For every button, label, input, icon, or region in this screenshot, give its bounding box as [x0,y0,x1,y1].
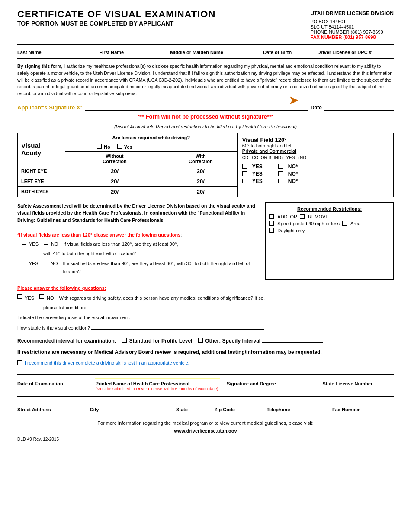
form-subtitle: TOP PORTION MUST BE COMPLETED BY APPLICA… [17,20,215,27]
vf-question-link: *If visual fields are less than 120° ple… [17,232,180,237]
visual-fields-questions: *If visual fields are less than 120° ple… [17,231,258,276]
yes-checkbox[interactable] [117,144,122,149]
zip-line[interactable] [215,400,262,406]
address-line2: SLC UT 84114-4501 [311,24,394,29]
form-title: CERTIFICATE OF VISUAL EXAMINATION [17,9,215,20]
lenses-header: Are lenses required while driving? [65,133,238,142]
right-eye-yn: YES NO* [242,163,389,170]
auth-bold: By signing this form, [17,64,62,69]
tel-line[interactable] [267,400,328,406]
both-yes-label: YES [252,178,263,184]
area-cb[interactable] [342,221,347,226]
header-divider [17,44,394,45]
sig-degree-label: Signature and Degree [227,381,316,391]
vf-q1-yes-cb[interactable] [22,240,26,245]
speed-area-row: Speed-posted 40 mph or less Area [269,221,390,226]
daylight-cb[interactable] [269,228,274,233]
both-eyes-without: 20/ [65,186,164,197]
bottom-label-row: Date of Examination Printed Name of Heal… [17,381,394,391]
date-label: Date [311,105,322,111]
speed-cb[interactable] [269,221,274,226]
assessment-section: Safety Assessment level will be determin… [17,202,394,280]
remove-cb[interactable] [300,214,305,219]
recommend-driver: I recommend this driver complete a drivi… [17,360,394,365]
cdl-line: CDL COLOR BLIND □ YES □ NO [242,155,389,160]
header-section: CERTIFICATE OF VISUAL EXAMINATION TOP PO… [17,9,394,40]
street-label: Street Address [17,407,51,412]
dob-label: Date of Birth [263,50,292,55]
both-yes-cb[interactable] [242,179,247,183]
signature-section: Applicant's Signature X: ➤ Date [17,104,394,111]
left-eye-row: LEFT EYE 20/ 20/ [18,176,238,186]
standard-cb[interactable] [122,338,127,343]
vf-q2-no-cb[interactable] [44,260,48,264]
sig-degree-line[interactable] [227,378,316,379]
right-eye-row: RIGHT EYE 20/ 20/ [18,166,238,176]
advisory-body: If restrictions are necessary or Medical… [17,349,322,355]
assessment-text: Safety Assessment level will be determin… [17,202,258,224]
add-cb[interactable] [269,214,274,219]
sig-line[interactable] [85,110,308,111]
bottom-divider-2 [17,396,394,397]
street-line[interactable] [17,400,86,406]
fax-number: FAX NUMBER (801) 957-8698 [311,35,394,40]
acuity-table: Visual Acuity Are lenses required while … [17,133,238,197]
cause-field[interactable] [130,313,303,319]
condition-field[interactable] [87,303,260,309]
fax-line[interactable] [332,400,394,406]
left-yes-cb[interactable] [242,171,247,176]
form-id: DLD 49 Rev. 12-2015 [17,437,394,442]
zip-field: Zip Code [215,400,262,412]
vf-q2-yes-cb[interactable] [22,260,26,264]
printed-name-label: Printed Name of Health Care Professional… [95,381,220,391]
vf-q2-text: If visual fields are less than 90°, are … [63,260,259,276]
left-yes-label: YES [252,171,263,177]
recommend-text: I recommend this driver complete a drivi… [25,360,189,365]
add-label: ADD [277,214,287,219]
left-no-cb[interactable] [278,171,283,176]
pa-q1-yes-cb[interactable] [17,294,22,299]
no-checkbox[interactable] [97,144,102,149]
dob-col: Date of Birth [263,50,317,55]
vf-q2-row: YES NO If visual fields are less than 90… [22,260,258,276]
professional-note: (Visual Acuity/Field Report and restrict… [17,124,394,129]
recommend-cb[interactable] [17,360,22,365]
date-exam-line[interactable] [17,378,88,379]
state-license-label: State License Number [323,381,394,391]
with-correction-header: WithCorrection [164,151,238,166]
middle-name-label: Middle or Maiden Name [170,50,223,55]
please-answer-title: Please answer the following questions: [17,284,394,292]
state-label: State [176,407,188,412]
stability-field[interactable] [91,324,264,330]
standard-label: Standard for Profile Level [129,338,192,344]
date-line[interactable] [324,110,394,111]
vf-q1-no-cb[interactable] [44,240,48,245]
right-yes-cb[interactable] [242,164,247,169]
pa-q3-row: How stable is the visual condition? [17,324,394,332]
interval-field[interactable] [262,337,323,343]
acuity-left: Visual Acuity Are lenses required while … [17,133,238,197]
pa-q1-text: With regards to driving safety, does thi… [59,294,265,302]
state-line[interactable] [176,400,210,406]
footer-info: For more information regarding the medic… [17,419,394,427]
daylight-label: Daylight only [277,228,305,233]
warning-text: *** Form will not be processed without s… [17,113,394,120]
state-license-line[interactable] [323,378,394,379]
left-eye-yn: YES NO* [242,171,389,177]
visual-field-box: Visual Field 120° 60° to both right and … [238,133,394,197]
address-row: Street Address City State Zip Code Telep… [17,400,394,412]
pa-q1-no-cb[interactable] [39,294,44,299]
both-no-cb[interactable] [278,179,283,183]
zip-label: Zip Code [215,407,235,412]
area-label: Area [350,221,360,226]
assessment-right: Recommended Restrictions: ADD OR REMOVE … [265,202,394,280]
last-name-col: Last Name [17,50,99,55]
printed-name-line[interactable] [95,378,220,379]
state-field: State [176,400,210,412]
other-cb[interactable] [198,338,203,343]
right-no-cb[interactable] [278,164,283,169]
city-line[interactable] [90,400,172,406]
assessment-left: Safety Assessment level will be determin… [17,202,258,280]
phone-number: PHONE NUMBER (801) 957-8690 [311,29,394,35]
without-correction-header: WithoutCorrection [65,151,164,166]
